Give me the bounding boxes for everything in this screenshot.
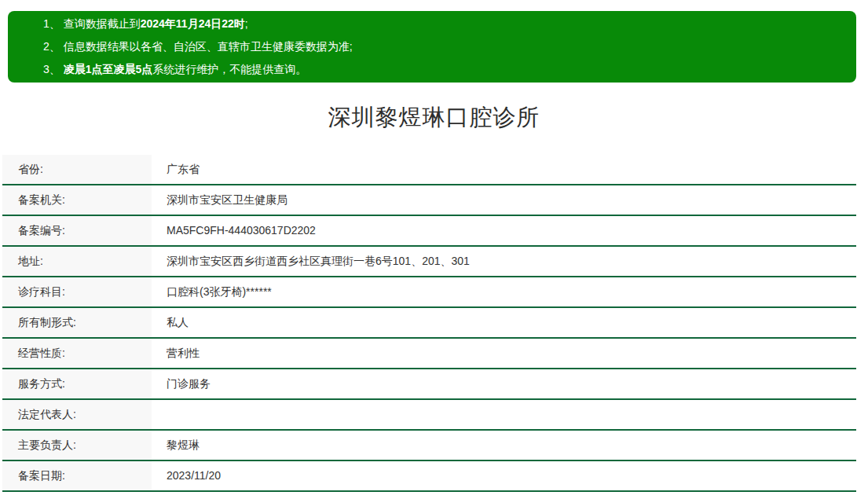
field-label: 主要负责人: <box>2 430 152 460</box>
notice-line-3: 3、 凌晨1点至凌晨5点系统进行维护，不能提供查询。 <box>43 58 841 81</box>
field-value: 2023/11/20 <box>152 460 856 491</box>
table-row-diagnosis-subjects: 诊疗科目: 口腔科(3张牙椅)****** <box>2 277 856 307</box>
field-label: 备案编号: <box>2 215 152 246</box>
field-label: 法定代表人: <box>2 399 152 430</box>
field-value: 广东省 <box>152 155 856 185</box>
field-value: 黎煜琳 <box>152 430 856 460</box>
table-row-filing-date: 备案日期: 2023/11/20 <box>2 460 856 491</box>
record-table: 省份: 广东省 备案机关: 深圳市宝安区卫生健康局 备案编号: MA5FC9FH… <box>2 155 856 492</box>
table-row-legal-representative: 法定代表人: <box>2 399 856 430</box>
field-value: 深圳市宝安区西乡街道西乡社区真理街一巷6号101、201、301 <box>152 246 856 277</box>
table-row-business-nature: 经营性质: 营利性 <box>2 338 856 369</box>
field-label: 服务方式: <box>2 369 152 399</box>
field-label: 备案日期: <box>2 460 152 491</box>
field-value <box>152 399 856 430</box>
field-label: 备案机关: <box>2 185 152 215</box>
page-title: 深圳黎煜琳口腔诊所 <box>0 102 868 134</box>
notice-line-3-suffix: 系统进行维护，不能提供查询。 <box>152 63 306 75</box>
field-value: 营利性 <box>152 338 856 369</box>
table-row-filing-number: 备案编号: MA5FC9FH-444030617D2202 <box>2 215 856 246</box>
field-label: 经营性质: <box>2 338 152 369</box>
field-value: 私人 <box>152 307 856 338</box>
notice-line-1-bold: 2024年11月24日22时 <box>141 17 245 30</box>
notice-line-3-text: 3、 <box>43 63 64 75</box>
table-row-main-person-in-charge: 主要负责人: 黎煜琳 <box>2 430 856 460</box>
notice-line-3-bold: 凌晨1点至凌晨5点 <box>64 63 153 75</box>
field-label: 地址: <box>2 246 152 277</box>
notice-line-2-text: 2、 信息数据结果以各省、自治区、直辖市卫生健康委数据为准; <box>43 40 353 53</box>
notice-line-1: 1、 查询数据截止到2024年11月24日22时; <box>43 13 841 35</box>
field-label: 诊疗科目: <box>2 277 152 307</box>
field-label: 省份: <box>2 155 152 185</box>
notice-line-2: 2、 信息数据结果以各省、自治区、直辖市卫生健康委数据为准; <box>43 35 841 58</box>
field-label: 所有制形式: <box>2 307 152 338</box>
table-row-ownership-form: 所有制形式: 私人 <box>2 307 856 338</box>
field-value: MA5FC9FH-444030617D2202 <box>152 215 856 246</box>
page: 1、 查询数据截止到2024年11月24日22时; 2、 信息数据结果以各省、自… <box>0 0 868 499</box>
notice-line-1-suffix: ; <box>245 17 248 30</box>
notice-banner: 1、 查询数据截止到2024年11月24日22时; 2、 信息数据结果以各省、自… <box>8 11 856 83</box>
table-row-service-mode: 服务方式: 门诊服务 <box>2 369 856 399</box>
field-value: 深圳市宝安区卫生健康局 <box>152 185 856 215</box>
table-row-province: 省份: 广东省 <box>2 155 856 185</box>
field-value: 口腔科(3张牙椅)****** <box>152 277 856 307</box>
notice-line-1-text: 1、 查询数据截止到 <box>43 17 141 30</box>
field-value: 门诊服务 <box>152 369 856 399</box>
table-row-address: 地址: 深圳市宝安区西乡街道西乡社区真理街一巷6号101、201、301 <box>2 246 856 277</box>
table-row-filing-authority: 备案机关: 深圳市宝安区卫生健康局 <box>2 185 856 215</box>
